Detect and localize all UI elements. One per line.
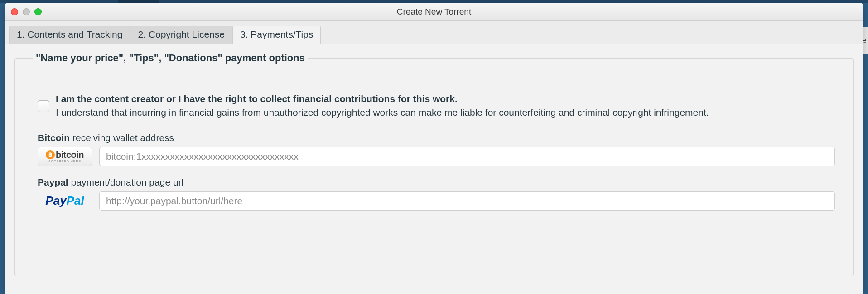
zoom-icon[interactable] <box>34 8 42 15</box>
consent-row: I am the content creator or I have the r… <box>38 92 835 120</box>
create-torrent-window: Create New Torrent 1. Contents and Track… <box>5 3 863 294</box>
paypal-block: Paypal payment/donation page url PayPal <box>38 177 835 211</box>
paypal-badge-icon: PayPal <box>38 191 92 211</box>
tab-bar: 1. Contents and Tracking 2. Copyright Li… <box>5 21 863 44</box>
bitcoin-block: Bitcoin receiving wallet address ฿bitcoi… <box>38 132 835 166</box>
paypal-label: Paypal payment/donation page url <box>38 177 835 188</box>
tab-payments-tips[interactable]: 3. Payments/Tips <box>232 26 321 44</box>
consent-normal-line: I understand that incurring in financial… <box>56 107 709 118</box>
consent-text: I am the content creator or I have the r… <box>56 92 709 120</box>
bitcoin-badge-icon: ฿bitcoin ACCEPTED HERE <box>38 147 92 166</box>
tab-copyright-license[interactable]: 2. Copyright License <box>130 26 232 44</box>
bitcoin-coin-icon: ฿ <box>46 150 55 159</box>
tab-contents-and-tracking[interactable]: 1. Contents and Tracking <box>9 26 130 44</box>
consent-bold-line: I am the content creator or I have the r… <box>56 92 709 106</box>
paypal-url-input[interactable] <box>99 191 835 211</box>
traffic-lights <box>5 8 42 15</box>
close-icon[interactable] <box>11 8 18 15</box>
consent-checkbox[interactable] <box>38 100 49 112</box>
minimize-icon[interactable] <box>23 8 30 15</box>
payments-group-title: "Name your price", "Tips", "Donations" p… <box>33 52 308 64</box>
bitcoin-address-input[interactable] <box>99 147 835 166</box>
window-title: Create New Torrent <box>5 7 863 17</box>
tab-panel-payments: "Name your price", "Tips", "Donations" p… <box>5 44 863 294</box>
payments-group: "Name your price", "Tips", "Donations" p… <box>14 52 854 276</box>
bitcoin-label: Bitcoin receiving wallet address <box>38 132 835 143</box>
window-titlebar: Create New Torrent <box>5 3 863 21</box>
